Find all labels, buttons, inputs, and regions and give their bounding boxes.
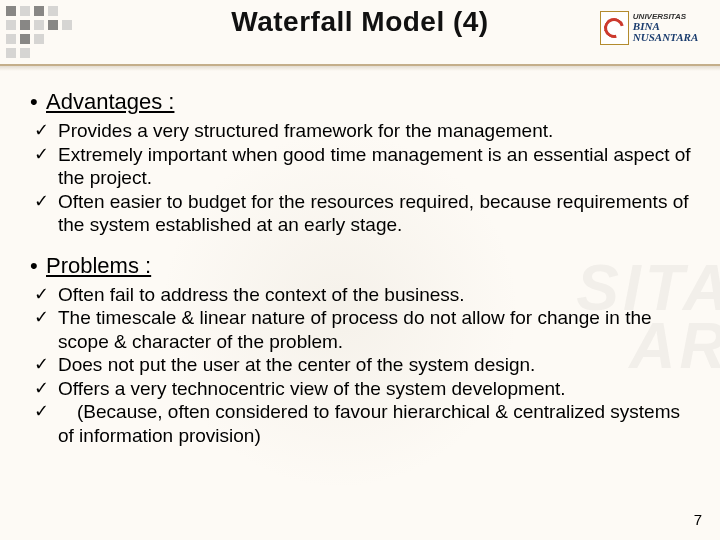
advantages-heading-label: Advantages : <box>46 89 174 114</box>
slide-content: •Advantages : Provides a very structured… <box>0 71 720 448</box>
problems-heading-label: Problems : <box>46 253 151 278</box>
corner-decor <box>0 2 140 72</box>
logo-badge <box>600 11 629 45</box>
problems-heading: •Problems : <box>30 253 698 279</box>
list-item: Often easier to budget for the resources… <box>58 190 698 237</box>
list-item: Offers a very technocentric view of the … <box>58 377 698 401</box>
logo-c-icon <box>601 14 628 41</box>
logo-org-name: BINA NUSANTARA <box>633 21 712 43</box>
list-item: Extremely important when good time manag… <box>58 143 698 190</box>
list-item: Often fail to address the context of the… <box>58 283 698 307</box>
org-logo: UNIVERSITAS BINA NUSANTARA <box>600 8 712 48</box>
logo-text: UNIVERSITAS BINA NUSANTARA <box>633 13 712 43</box>
advantages-list: Provides a very structured framework for… <box>30 119 698 237</box>
problems-list: Often fail to address the context of the… <box>30 283 698 448</box>
advantages-heading: •Advantages : <box>30 89 698 115</box>
slide-header: Waterfall Model (4) UNIVERSITAS BINA NUS… <box>0 0 720 62</box>
list-item: The timescale & linear nature of process… <box>58 306 698 353</box>
list-item: (Because, often considered to favour hie… <box>58 400 698 447</box>
page-number: 7 <box>694 511 702 528</box>
list-item: Provides a very structured framework for… <box>58 119 698 143</box>
list-item: Does not put the user at the center of t… <box>58 353 698 377</box>
